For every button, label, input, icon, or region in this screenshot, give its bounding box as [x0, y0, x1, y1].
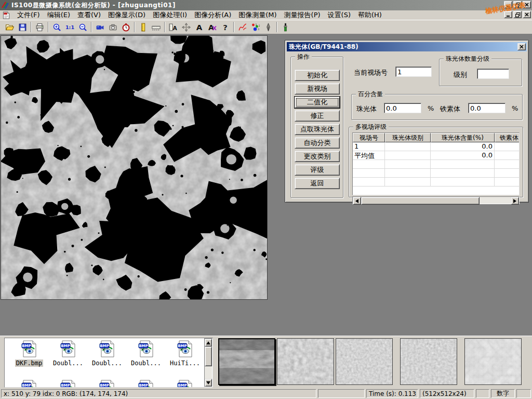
- video-camera-button[interactable]: [94, 21, 107, 33]
- file-scroll-up-button[interactable]: [205, 339, 212, 347]
- child-restore-button[interactable]: [513, 11, 522, 18]
- menu-item-3[interactable]: 图像显示(D): [104, 10, 149, 20]
- preview-thumbnail-2[interactable]: [277, 338, 334, 385]
- file-item-row2-1[interactable]: BMP: [50, 380, 86, 388]
- micrograph-image[interactable]: [1, 35, 268, 300]
- window-controls: [504, 1, 531, 8]
- toolbar: 1:1AAA?123: [0, 20, 532, 34]
- svg-text:BMP: BMP: [178, 344, 187, 348]
- move-button[interactable]: [180, 21, 193, 33]
- change-class-button[interactable]: 更改类别: [295, 151, 340, 162]
- table-scroll-thumb[interactable]: [361, 197, 480, 205]
- text-label-button[interactable]: A: [193, 21, 206, 33]
- child-minimize-button[interactable]: [504, 11, 512, 18]
- auto-classify-button[interactable]: 自动分类: [295, 137, 340, 149]
- table-header-2[interactable]: 珠光体含量(%): [431, 133, 495, 142]
- file-list-scrollbar[interactable]: [204, 338, 212, 387]
- file-item-row2-2[interactable]: BMP: [89, 380, 125, 388]
- table-header-0[interactable]: 视场号: [353, 133, 385, 142]
- dialog-close-button[interactable]: [517, 43, 526, 50]
- dialog-title-bar[interactable]: 珠光体(GB/T9441-88): [287, 42, 527, 51]
- file-item-row2-4[interactable]: BMP: [167, 380, 203, 388]
- current-field-input[interactable]: [395, 66, 432, 77]
- menu-item-5[interactable]: 图像分析(A): [191, 10, 235, 20]
- preview-thumbnail-4[interactable]: [400, 338, 457, 385]
- ruler-horizontal-button[interactable]: [150, 21, 163, 33]
- modify-button[interactable]: 修正: [295, 110, 340, 122]
- menu-item-6[interactable]: 图像测量(M): [235, 10, 280, 20]
- table-scroll-right-button[interactable]: [511, 197, 519, 205]
- rate-button[interactable]: 评级: [295, 164, 340, 176]
- save-button[interactable]: [16, 21, 29, 33]
- print-button[interactable]: [33, 21, 46, 33]
- table-row-3[interactable]: [353, 169, 519, 178]
- bmp-file-icon: BMP: [99, 340, 115, 357]
- menu-item-2[interactable]: 查看(V): [74, 10, 104, 20]
- brush-tool-button[interactable]: [279, 21, 292, 33]
- table-header-1[interactable]: 珠光体级别: [385, 133, 431, 142]
- table-scroll-left-button[interactable]: [353, 197, 361, 205]
- restore-button[interactable]: [513, 1, 522, 8]
- actual-size-button[interactable]: 1:1: [63, 21, 76, 33]
- pen-tool-button[interactable]: [262, 21, 275, 33]
- menu-item-8[interactable]: 设置(S): [324, 10, 354, 20]
- initialize-button[interactable]: 初始化: [295, 70, 340, 81]
- child-close-button[interactable]: [523, 11, 531, 18]
- file-item-4[interactable]: BMPHuiTi...: [167, 340, 203, 367]
- ferrite-percent-input[interactable]: [468, 103, 506, 113]
- file-name[interactable]: DKF.bmp: [15, 360, 44, 367]
- pick-pearlite-button[interactable]: 点取珠光体: [295, 124, 340, 135]
- table-row-4[interactable]: [353, 178, 519, 187]
- file-scroll-track[interactable]: [205, 366, 212, 379]
- file-name[interactable]: Doubl...: [130, 360, 162, 367]
- timer-button[interactable]: [119, 21, 132, 33]
- new-field-button[interactable]: 新视场: [295, 83, 340, 95]
- file-item-row2-0[interactable]: BMP: [11, 380, 47, 388]
- menu-item-0[interactable]: 文件(F): [14, 10, 44, 20]
- bmp-file-icon: BMP: [60, 340, 76, 357]
- table-header-3[interactable]: 铁素体: [495, 133, 520, 142]
- preview-thumbnail-3[interactable]: [336, 338, 393, 385]
- table-row-0[interactable]: 10.0: [353, 142, 519, 151]
- file-item-0[interactable]: BMPDKF.bmp: [11, 340, 47, 367]
- file-scroll-thumb[interactable]: [205, 347, 212, 366]
- table-row-1[interactable]: 平均值0.0: [353, 151, 519, 160]
- file-scroll-down-button[interactable]: [205, 379, 212, 387]
- table-row-2[interactable]: [353, 160, 519, 169]
- menu-item-4[interactable]: 图像处理(I): [149, 10, 191, 20]
- menu-item-7[interactable]: 测量报告(P): [281, 10, 324, 20]
- grade-input[interactable]: [477, 69, 509, 79]
- menu-item-9[interactable]: 帮助(H): [354, 10, 385, 20]
- close-button[interactable]: [523, 1, 531, 8]
- zoom-out-button[interactable]: [76, 21, 89, 33]
- file-item-2[interactable]: BMPDoubl...: [89, 340, 125, 367]
- minimize-button[interactable]: [504, 1, 512, 8]
- pearlite-percent-input[interactable]: [384, 103, 421, 113]
- delete-label-button[interactable]: A: [206, 21, 219, 33]
- file-name[interactable]: Doubl...: [91, 360, 123, 367]
- return-button[interactable]: 返回: [295, 178, 340, 189]
- help-button[interactable]: ?: [219, 21, 232, 33]
- rating-table[interactable]: 视场号珠光体级别珠光体含量(%)铁素体10.0平均值0.0: [352, 132, 520, 195]
- file-item-row2-3[interactable]: BMP: [128, 380, 164, 388]
- file-item-1[interactable]: BMPDoubl...: [50, 340, 86, 367]
- menu-item-1[interactable]: 编辑(E): [44, 10, 74, 20]
- ruler-vertical-button[interactable]: [137, 21, 150, 33]
- curve-tool-button[interactable]: [236, 21, 249, 33]
- file-item-3[interactable]: BMPDoubl...: [128, 340, 164, 367]
- count-points-button[interactable]: 123: [249, 21, 262, 33]
- measure-text-button[interactable]: A: [167, 21, 180, 33]
- curve-tool-icon: [238, 23, 247, 32]
- preview-thumbnail-5[interactable]: [464, 338, 522, 385]
- camera-button[interactable]: [107, 21, 119, 33]
- file-name[interactable]: Doubl...: [52, 360, 84, 367]
- preview-thumbnail-1[interactable]: [218, 338, 275, 385]
- svg-text:BMP: BMP: [22, 344, 31, 348]
- file-name[interactable]: HuiTi...: [169, 360, 201, 367]
- table-scroll-track[interactable]: [480, 197, 511, 204]
- file-list[interactable]: BMPDKF.bmpBMPBMPDoubl...BMPBMPDoubl...BM…: [4, 338, 213, 388]
- zoom-in-button[interactable]: [50, 21, 63, 33]
- table-horizontal-scrollbar[interactable]: [352, 196, 520, 204]
- open-folder-button[interactable]: [3, 21, 16, 33]
- binarize-button[interactable]: 二值化: [295, 97, 340, 108]
